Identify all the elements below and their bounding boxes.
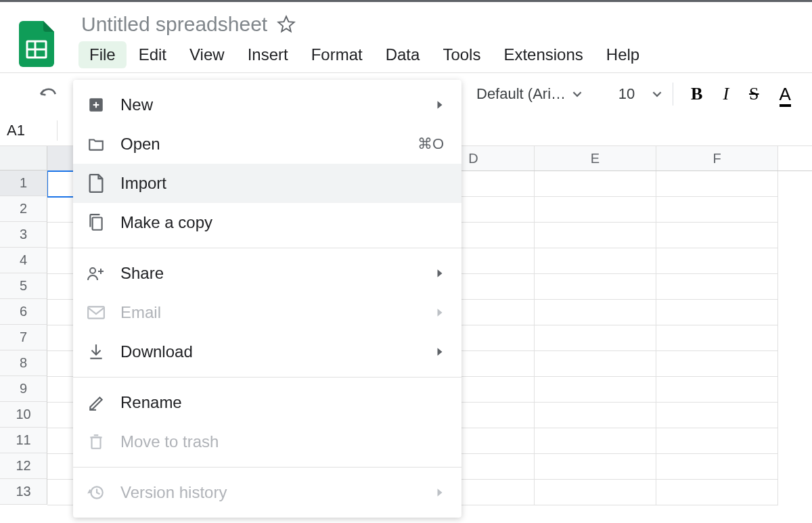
file-menu-open[interactable]: Open ⌘O (73, 124, 461, 164)
menu-item-shortcut: ⌘O (418, 135, 444, 153)
cell[interactable] (656, 454, 778, 480)
submenu-arrow-icon (436, 347, 444, 357)
cell[interactable] (656, 248, 778, 274)
chevron-down-icon (652, 89, 662, 99)
cell[interactable] (535, 171, 656, 197)
menu-view[interactable]: View (179, 41, 235, 68)
submenu-arrow-icon (436, 308, 444, 317)
row-header[interactable]: 3 (0, 222, 47, 248)
font-size-select[interactable]: 10 (606, 85, 662, 103)
cell[interactable] (656, 377, 778, 403)
svg-rect-6 (93, 217, 102, 229)
history-icon (87, 483, 106, 502)
row-header[interactable]: 2 (0, 196, 47, 222)
rename-pencil-icon (87, 393, 106, 412)
sheets-logo-icon[interactable] (19, 21, 54, 67)
cell[interactable] (656, 351, 778, 377)
menu-item-label: Open (120, 135, 418, 154)
cell[interactable] (535, 480, 656, 505)
cell[interactable] (535, 351, 656, 377)
font-family-label: Default (Ari… (476, 85, 566, 103)
row-header[interactable]: 10 (0, 402, 47, 428)
cell[interactable] (656, 274, 778, 300)
cell[interactable] (656, 480, 778, 505)
menu-edit[interactable]: Edit (128, 41, 177, 68)
row-header[interactable]: 11 (0, 428, 47, 453)
bold-button[interactable]: B (684, 78, 709, 110)
name-box[interactable]: A1 (0, 122, 57, 139)
row-header[interactable]: 4 (0, 248, 47, 273)
share-person-icon (87, 264, 106, 283)
download-icon (87, 342, 106, 361)
font-size-value: 10 (606, 85, 647, 103)
column-header[interactable]: F (656, 146, 778, 170)
file-menu-rename[interactable]: Rename (73, 383, 461, 422)
strikethrough-button[interactable]: S (742, 78, 765, 110)
cell[interactable] (535, 300, 656, 325)
star-button[interactable] (270, 11, 302, 38)
undo-button[interactable] (31, 81, 65, 108)
cell[interactable] (656, 300, 778, 325)
text-color-button[interactable]: A (773, 80, 798, 108)
undo-icon (38, 86, 58, 102)
file-menu-download[interactable]: Download (73, 332, 461, 371)
menu-item-label: Rename (120, 393, 444, 412)
submenu-arrow-icon (436, 269, 444, 278)
menu-item-label: Email (120, 303, 436, 322)
cell[interactable] (656, 171, 778, 197)
cell[interactable] (535, 454, 656, 480)
file-menu-make-copy[interactable]: Make a copy (73, 203, 461, 242)
document-icon (87, 174, 106, 193)
menu-format[interactable]: Format (300, 41, 374, 68)
menu-separator (73, 467, 461, 468)
cell[interactable] (535, 428, 656, 454)
menu-extensions[interactable]: Extensions (493, 41, 593, 68)
mail-icon (87, 303, 106, 322)
menu-tools[interactable]: Tools (432, 41, 491, 68)
cell[interactable] (535, 274, 656, 300)
menubar: File Edit View Insert Format Data Tools … (78, 41, 650, 68)
cell[interactable] (656, 325, 778, 351)
submenu-arrow-icon (436, 100, 444, 110)
cell[interactable] (656, 197, 778, 223)
menu-help[interactable]: Help (595, 41, 650, 68)
cell[interactable] (656, 403, 778, 428)
svg-rect-14 (92, 438, 101, 449)
file-menu-import[interactable]: Import (73, 164, 461, 203)
cell[interactable] (535, 325, 656, 351)
file-menu-new[interactable]: New (73, 85, 461, 124)
select-all-corner[interactable] (0, 146, 47, 170)
cell[interactable] (535, 403, 656, 428)
menu-insert[interactable]: Insert (237, 41, 299, 68)
file-menu-email: Email (73, 293, 461, 332)
star-icon (277, 15, 296, 34)
menu-item-label: New (120, 95, 436, 114)
row-header[interactable]: 9 (0, 376, 47, 402)
row-header[interactable]: 12 (0, 453, 47, 479)
cell[interactable] (656, 428, 778, 454)
cell[interactable] (656, 223, 778, 248)
menu-item-label: Make a copy (120, 213, 444, 232)
document-title[interactable]: Untitled spreadsheet (78, 13, 270, 36)
row-header[interactable]: 7 (0, 325, 47, 350)
row-header[interactable]: 8 (0, 350, 47, 376)
cell[interactable] (535, 223, 656, 248)
column-header[interactable]: E (535, 146, 656, 170)
row-header[interactable]: 13 (0, 479, 47, 505)
chevron-down-icon (572, 89, 582, 99)
menu-item-label: Version history (120, 483, 436, 502)
row-header[interactable]: 5 (0, 273, 47, 299)
cell[interactable] (535, 377, 656, 403)
cell[interactable] (535, 197, 656, 223)
menu-data[interactable]: Data (375, 41, 431, 68)
row-header[interactable]: 1 (0, 170, 47, 196)
row-header[interactable]: 6 (0, 299, 47, 325)
italic-button[interactable]: I (716, 78, 736, 110)
trash-icon (87, 432, 106, 451)
menu-item-label: Download (120, 342, 436, 361)
menu-file[interactable]: File (78, 41, 127, 68)
file-menu-share[interactable]: Share (73, 254, 461, 293)
cell[interactable] (535, 248, 656, 274)
menu-item-label: Import (120, 174, 444, 193)
font-family-select[interactable]: Default (Ari… (471, 85, 587, 103)
